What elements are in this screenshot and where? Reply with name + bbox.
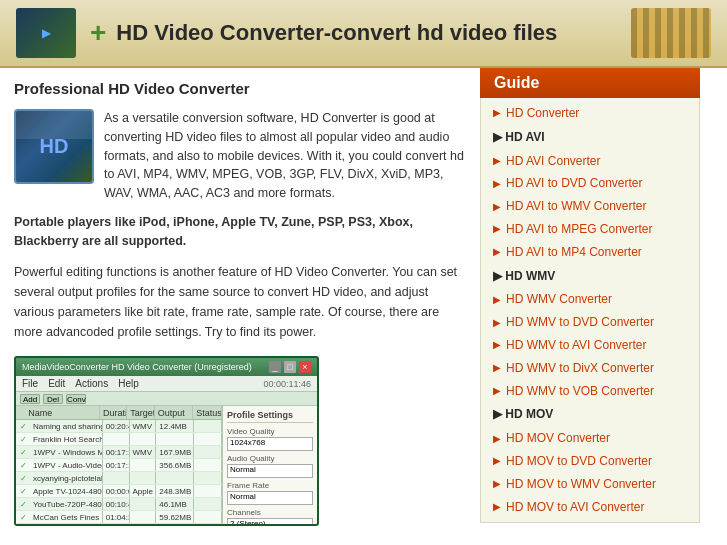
page-header: ▶ + HD Video Converter-convert hd video …	[0, 0, 727, 68]
sidebar-item-hd-avi-converter[interactable]: ▶ HD AVI Converter	[481, 150, 699, 173]
table-row[interactable]: ✓Franklin Hot Search	[16, 433, 222, 446]
table-row[interactable]: ✓1WPV - Audio-Video D...00:17:14356.6MB	[16, 459, 222, 472]
table-row[interactable]: ✓YouTube-720P-480P...00:10:4446.1MB	[16, 498, 222, 511]
header-icon: ▶	[16, 8, 76, 58]
sidebar-item-label: HD Converter	[506, 105, 579, 122]
sidebar-item-hd-mov-avi[interactable]: ▶ HD MOV to AVI Converter	[481, 496, 699, 519]
col-name-header: Name	[25, 406, 100, 419]
sidebar-item-label: ▶ HD WMV	[493, 268, 555, 285]
arrow-icon: ▶	[493, 477, 501, 491]
film-strip-decoration	[631, 8, 711, 58]
profile-framerate-select[interactable]: Normal	[227, 491, 313, 505]
sidebar-item-hd-mov-dvd[interactable]: ▶ HD MOV to DVD Converter	[481, 450, 699, 473]
toolbar-btn-del[interactable]: Del	[43, 394, 63, 404]
profile-resolution-select[interactable]: 1024x768	[227, 437, 313, 451]
software-screenshot: MediaVideoConverter HD Video Converter (…	[14, 356, 319, 526]
main-content: Professional HD Video Converter HD As a …	[0, 68, 480, 538]
profile-audio-select[interactable]: Normal	[227, 464, 313, 478]
sidebar-item-label: HD AVI to MPEG Converter	[506, 221, 653, 238]
sidebar-item-hd-avi-mpeg[interactable]: ▶ HD AVI to MPEG Converter	[481, 218, 699, 241]
profile-label-1: Audio Quality	[227, 454, 313, 463]
col-status-header: Status	[193, 406, 222, 419]
hd-logo: HD	[14, 109, 94, 184]
sidebar-item-label: HD WMV Converter	[506, 291, 612, 308]
sidebar-item-hd-mov[interactable]: ▶ HD MOV	[481, 402, 699, 427]
sidebar: Guide ▶ HD Converter ▶ HD AVI ▶ HD AVI C…	[480, 68, 700, 538]
minimize-button[interactable]: _	[269, 361, 281, 373]
sidebar-item-hd-wmv-converter[interactable]: ▶ HD WMV Converter	[481, 288, 699, 311]
table-row[interactable]: ✓Naming and sharing rec...00:20:49WMV12.…	[16, 420, 222, 433]
arrow-icon: ▶	[493, 500, 501, 514]
arrow-icon: ▶	[493, 154, 501, 168]
header-plus-icon: +	[90, 17, 106, 49]
feature-paragraph: Powerful editing functions is another fe…	[14, 262, 466, 342]
section-title: Professional HD Video Converter	[14, 80, 466, 97]
sidebar-item-hd-wmv-vob[interactable]: ▶ HD WMV to VOB Converter	[481, 380, 699, 403]
arrow-icon: ▶	[493, 245, 501, 259]
ss-titlebar: MediaVideoConverter HD Video Converter (…	[16, 358, 317, 376]
col-target-header: Target	[127, 406, 154, 419]
sidebar-guide-header: Guide	[480, 68, 700, 98]
ss-body: Name Duration Target Output Status ✓Nami…	[16, 406, 317, 524]
sidebar-item-label: HD MOV to AVI Converter	[506, 499, 645, 516]
table-row[interactable]: ✓xcyanying-pictotelabel...	[16, 472, 222, 485]
sidebar-item-hd-mov-wmv[interactable]: ▶ HD MOV to WMV Converter	[481, 473, 699, 496]
menu-actions[interactable]: Actions	[75, 378, 108, 389]
sidebar-item-hd-mov-converter[interactable]: ▶ HD MOV Converter	[481, 427, 699, 450]
arrow-icon: ▶	[493, 316, 501, 330]
sidebar-item-hd-wmv-divx[interactable]: ▶ HD WMV to DivX Converter	[481, 357, 699, 380]
sidebar-item-label: HD AVI to MP4 Converter	[506, 244, 642, 261]
sidebar-item-label: HD MOV Converter	[506, 430, 610, 447]
sidebar-item-hd-avi[interactable]: ▶ HD AVI	[481, 125, 699, 150]
arrow-icon: ▶	[493, 222, 501, 236]
profile-channels-select[interactable]: 2 (Stereo)	[227, 518, 313, 526]
arrow-icon: ▶	[493, 432, 501, 446]
maximize-button[interactable]: □	[284, 361, 296, 373]
intro-text: As a versatile conversion software, HD C…	[104, 109, 466, 203]
sidebar-item-label: HD MOV to DVD Converter	[506, 453, 652, 470]
toolbar-btn-add[interactable]: Add	[20, 394, 40, 404]
sidebar-item-label: ▶ HD MOV	[493, 406, 553, 423]
page-title: HD Video Converter-convert hd video file…	[116, 20, 621, 46]
ss-file-list: Name Duration Target Output Status ✓Nami…	[16, 406, 222, 524]
sidebar-item-label: HD AVI to WMV Converter	[506, 198, 646, 215]
intro-section: HD As a versatile conversion software, H…	[14, 109, 466, 203]
sidebar-item-label: HD WMV to AVI Converter	[506, 337, 646, 354]
sidebar-item-hd-wmv-avi[interactable]: ▶ HD WMV to AVI Converter	[481, 334, 699, 357]
sidebar-item-hd-wmv-dvd[interactable]: ▶ HD WMV to DVD Converter	[481, 311, 699, 334]
close-button[interactable]: ×	[299, 361, 311, 373]
sidebar-item-hd-avi-dvd[interactable]: ▶ HD AVI to DVD Converter	[481, 172, 699, 195]
sidebar-item-label: HD AVI to DVD Converter	[506, 175, 643, 192]
ss-menu: File Edit Actions Help 00:00:11:46	[16, 376, 317, 392]
menu-help[interactable]: Help	[118, 378, 139, 389]
profile-settings-title: Profile Settings	[227, 410, 313, 423]
menu-edit[interactable]: Edit	[48, 378, 65, 389]
ss-window-controls: _ □ ×	[269, 361, 311, 373]
sidebar-item-label: HD WMV to DivX Converter	[506, 360, 654, 377]
sidebar-item-label: HD WMV to VOB Converter	[506, 383, 654, 400]
col-duration-header: Duration	[100, 406, 127, 419]
col-output-header: Output	[155, 406, 194, 419]
sidebar-item-hd-avi-wmv[interactable]: ▶ HD AVI to WMV Converter	[481, 195, 699, 218]
menu-file[interactable]: File	[22, 378, 38, 389]
sidebar-item-label: HD WMV to DVD Converter	[506, 314, 654, 331]
ss-toolbar: Add Del Conv	[16, 392, 317, 406]
sidebar-item-label: ▶ HD AVI	[493, 129, 545, 146]
arrow-icon: ▶	[493, 177, 501, 191]
table-row[interactable]: ✓McCan Gets Fines Free...01:04:3459.62MB	[16, 511, 222, 524]
profile-video-quality-label: Video Quality	[227, 427, 313, 436]
arrow-icon: ▶	[493, 454, 501, 468]
sidebar-item-hd-avi-mp4[interactable]: ▶ HD AVI to MP4 Converter	[481, 241, 699, 264]
sidebar-item-hd-wmv[interactable]: ▶ HD WMV	[481, 264, 699, 289]
sidebar-item-label: HD MOV to WMV Converter	[506, 476, 656, 493]
ss-title: MediaVideoConverter HD Video Converter (…	[22, 362, 252, 372]
sidebar-item-label: HD AVI Converter	[506, 153, 600, 170]
table-row[interactable]: ✓Apple TV-1024-480P...00:00:00Apple TV24…	[16, 485, 222, 498]
ss-profile-panel: Profile Settings Video Quality 1024x768 …	[222, 406, 317, 524]
table-row[interactable]: ✓1WPV - Windows Med...00:17:14WMV167.9MB	[16, 446, 222, 459]
ss-column-headers: Name Duration Target Output Status	[16, 406, 222, 420]
toolbar-btn-conv[interactable]: Conv	[66, 394, 86, 404]
profile-label-2: Frame Rate	[227, 481, 313, 490]
sidebar-list: ▶ HD Converter ▶ HD AVI ▶ HD AVI Convert…	[480, 98, 700, 523]
sidebar-item-hd-converter[interactable]: ▶ HD Converter	[481, 102, 699, 125]
